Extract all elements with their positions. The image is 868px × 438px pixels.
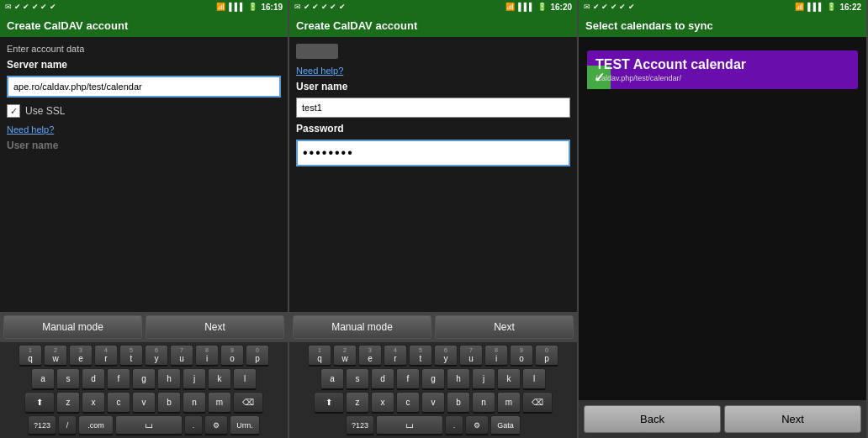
username-label-2: User name — [296, 81, 570, 92]
key2-w[interactable]: 2w — [333, 345, 357, 367]
password-input[interactable]: •••••••• — [296, 140, 570, 166]
key2-c[interactable]: c — [396, 392, 420, 414]
key2-y[interactable]: 6y — [434, 345, 458, 367]
use-ssl-checkbox[interactable]: ✓ — [7, 104, 20, 118]
key2-n[interactable]: n — [472, 392, 495, 414]
key-row-2-4: ?123 ⌴ . ⚙ Gata — [292, 415, 574, 435]
key-backspace[interactable]: ⌫ — [233, 392, 263, 414]
key2-f[interactable]: f — [396, 368, 420, 390]
time-3: 16:22 — [839, 3, 861, 12]
key-urm[interactable]: Urm. — [230, 415, 260, 435]
key2-g[interactable]: g — [421, 368, 445, 390]
manual-mode-button-2[interactable]: Manual mode — [293, 315, 431, 339]
key2-r[interactable]: 4r — [384, 345, 407, 367]
key-row-1-4: ?123 / .com ⌴ . ⚙ Urm. — [3, 415, 285, 435]
calendar-item-wrapper: TEST Account calendar /caldav.php/test/c… — [587, 45, 858, 89]
next-button-1[interactable]: Next — [146, 315, 284, 339]
key-o[interactable]: 9o — [220, 345, 244, 367]
battery-icon-1: 🔋 — [248, 3, 257, 11]
key2-t[interactable]: 5t — [409, 345, 432, 367]
key2-d[interactable]: d — [371, 368, 394, 390]
password-label: Password — [296, 123, 570, 135]
key2-x[interactable]: x — [371, 392, 394, 414]
battery-icon-3: 🔋 — [827, 3, 836, 11]
key-b[interactable]: b — [157, 392, 181, 414]
key2-e[interactable]: 3e — [358, 345, 382, 367]
key2-space[interactable]: ⌴ — [376, 415, 443, 435]
key-d[interactable]: d — [82, 368, 105, 390]
key-c[interactable]: c — [107, 392, 130, 414]
key2-q[interactable]: 1q — [308, 345, 331, 367]
key2-a[interactable]: a — [320, 368, 344, 390]
screen3-bottom: Back Next — [579, 400, 866, 438]
key2-backspace[interactable]: ⌫ — [522, 392, 553, 414]
key2-dot[interactable]: . — [445, 415, 463, 435]
need-help-link-1[interactable]: Need help? — [7, 124, 281, 135]
key-dot[interactable]: . — [184, 415, 203, 435]
key-q[interactable]: 1q — [19, 345, 42, 367]
key2-m[interactable]: m — [497, 392, 521, 414]
key2-u[interactable]: 7u — [459, 345, 483, 367]
key-z[interactable]: z — [56, 392, 80, 414]
key2-z[interactable]: z — [346, 392, 369, 414]
key-dotcom[interactable]: .com — [78, 415, 114, 435]
signal-icon-2: ▌▌▌ — [518, 3, 534, 11]
key-i[interactable]: 8i — [195, 345, 219, 367]
key2-k[interactable]: k — [497, 368, 521, 390]
manual-mode-button-1[interactable]: Manual mode — [3, 315, 142, 339]
key2-o[interactable]: 9o — [510, 345, 533, 367]
key-j[interactable]: j — [183, 368, 206, 390]
key-v[interactable]: v — [132, 392, 156, 414]
next-button-2[interactable]: Next — [435, 315, 574, 339]
key-settings[interactable]: ⚙ — [204, 415, 228, 435]
action-bar-2: Manual mode Next — [289, 312, 577, 342]
key-w[interactable]: 2w — [44, 345, 67, 367]
server-name-input[interactable] — [7, 76, 281, 98]
key-h[interactable]: h — [157, 368, 181, 390]
key-e[interactable]: 3e — [69, 345, 93, 367]
key-a[interactable]: a — [31, 368, 55, 390]
status-bar-1: ✉ ✔ ✔ ✔ ✔ ✔ 📶 ▌▌▌ 🔋 16:19 — [0, 0, 288, 13]
key-row-2-2: a s d f g h j k l — [292, 368, 574, 390]
keyboard-1: 1q 2w 3e 4r 5t 6y 7u 8i 9o 0p a s d f g … — [0, 342, 288, 438]
key2-gata[interactable]: Gata — [490, 415, 521, 435]
key-u[interactable]: 7u — [170, 345, 193, 367]
title-text-1: Create CalDAV account — [7, 19, 128, 32]
key-m[interactable]: m — [208, 392, 231, 414]
key2-shift[interactable]: ⬆ — [314, 392, 344, 414]
key-f[interactable]: f — [107, 368, 130, 390]
key-k[interactable]: k — [208, 368, 231, 390]
key2-i[interactable]: 8i — [484, 345, 508, 367]
key-l[interactable]: l — [233, 368, 257, 390]
key2-s[interactable]: s — [346, 368, 369, 390]
calendar-item[interactable]: TEST Account calendar /caldav.php/test/c… — [587, 50, 858, 89]
username-input-2[interactable] — [296, 98, 570, 118]
key-space[interactable]: ⌴ — [115, 415, 183, 435]
key2-p[interactable]: 0p — [535, 345, 558, 367]
key-t[interactable]: 5t — [119, 345, 143, 367]
key-y[interactable]: 6y — [145, 345, 168, 367]
back-button[interactable]: Back — [584, 405, 721, 433]
key-slash[interactable]: / — [58, 415, 77, 435]
need-help-link-2[interactable]: Need help? — [296, 66, 570, 76]
next-button-3[interactable]: Next — [724, 405, 861, 433]
key2-settings[interactable]: ⚙ — [465, 415, 489, 435]
username-label-partial: User name — [7, 140, 281, 151]
screen3: ✉ ✔ ✔ ✔ ✔ ✔ 📶 ▌▌▌ 🔋 16:22 Select calenda… — [579, 0, 868, 438]
key-num[interactable]: ?123 — [28, 415, 56, 435]
key-n[interactable]: n — [183, 392, 206, 414]
key-x[interactable]: x — [82, 392, 105, 414]
key-shift[interactable]: ⬆ — [24, 392, 55, 414]
key2-v[interactable]: v — [421, 392, 445, 414]
key-s[interactable]: s — [56, 368, 80, 390]
key2-b[interactable]: b — [447, 392, 470, 414]
key2-h[interactable]: h — [447, 368, 470, 390]
key-p[interactable]: 0p — [246, 345, 269, 367]
key2-l[interactable]: l — [522, 368, 546, 390]
key-g[interactable]: g — [132, 368, 156, 390]
use-ssl-row: ✓ Use SSL — [7, 104, 281, 118]
key-row-1-3: ⬆ z x c v b n m ⌫ — [3, 392, 285, 414]
key2-j[interactable]: j — [472, 368, 495, 390]
key-r[interactable]: 4r — [94, 345, 118, 367]
key2-num[interactable]: ?123 — [346, 415, 374, 435]
